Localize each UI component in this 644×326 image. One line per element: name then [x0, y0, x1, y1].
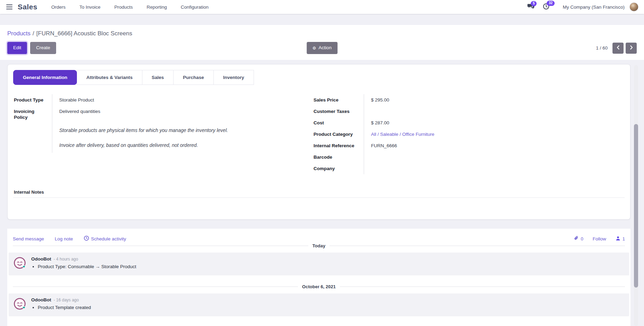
field-value-customer-taxes	[364, 106, 513, 117]
action-button[interactable]: ⚙ Action	[307, 42, 337, 54]
pager-next-button[interactable]	[626, 43, 637, 54]
pager: 1 / 60	[596, 43, 637, 54]
messages-tray-button[interactable]: 5	[527, 3, 535, 11]
breadcrumb: Products/[FURN_6666] Acoustic Bloc Scree…	[7, 30, 637, 37]
menu-configuration[interactable]: Configuration	[181, 3, 209, 11]
field-label-customer-taxes: Customer Taxes	[313, 106, 364, 117]
help-spacer	[13, 138, 52, 153]
field-value-company	[364, 163, 513, 174]
internal-notes-rule	[13, 197, 625, 198]
edit-button[interactable]: Edit	[7, 42, 27, 54]
follow-button[interactable]: Follow	[593, 236, 606, 241]
message-timestamp: - 16 days ago	[54, 298, 79, 302]
user-avatar[interactable]	[629, 2, 638, 11]
breadcrumb-products-link[interactable]: Products	[7, 30, 30, 37]
scrollbar-track[interactable]	[634, 65, 638, 326]
date-divider-october: October 6, 2021	[13, 284, 625, 289]
followers-count: 1	[623, 236, 625, 241]
top-navbar: Sales Orders To Invoice Products Reporti…	[0, 0, 644, 14]
activities-tray-button[interactable]: 32	[543, 3, 549, 11]
message-body-item: Product Type: Consumable → Storable Prod…	[38, 264, 136, 269]
message-row: OdooBot - 16 days ago Product Template c…	[9, 293, 629, 316]
tab-general-information[interactable]: General Information	[13, 70, 77, 85]
paperclip-icon	[574, 236, 579, 242]
field-label-product-category: Product Category	[313, 129, 364, 140]
schedule-activity-label: Schedule activity	[91, 236, 126, 241]
activity-clock-icon	[84, 236, 89, 242]
left-field-group: Product Type Storable Product Invoicing …	[13, 94, 260, 174]
field-value-product-category-link[interactable]: All / Saleable / Office Furniture	[364, 129, 513, 140]
attachments-count: 0	[581, 236, 583, 241]
attachments-button[interactable]: 0	[574, 236, 583, 242]
chevron-right-icon	[629, 45, 633, 51]
menu-orders[interactable]: Orders	[51, 3, 65, 11]
message-author: OdooBot	[31, 256, 51, 262]
messages-badge: 5	[531, 1, 537, 6]
odoobot-avatar	[14, 298, 27, 312]
systray: 5 32 My Company (San Francisco)	[519, 2, 638, 11]
menu-products[interactable]: Products	[114, 3, 133, 11]
right-field-group: Sales Price $ 295.00 Customer Taxes Cost…	[313, 94, 513, 174]
field-value-internal-reference: FURN_6666	[364, 140, 513, 151]
message-timestamp: - 4 hours ago	[54, 257, 78, 262]
company-switcher[interactable]: My Company (San Francisco)	[563, 5, 625, 10]
internal-notes-label: Internal Notes	[13, 190, 625, 195]
followers-button[interactable]: 1	[616, 236, 625, 242]
field-label-cost: Cost	[313, 117, 364, 129]
general-information-panel: Product Type Storable Product Invoicing …	[13, 94, 625, 174]
log-note-button[interactable]: Log note	[55, 236, 73, 241]
field-value-invoicing-policy: Delivered quantities	[52, 106, 260, 123]
action-button-label: Action	[319, 45, 332, 51]
tab-inventory[interactable]: Inventory	[213, 70, 254, 85]
schedule-activity-button[interactable]: Schedule activity	[84, 236, 126, 242]
control-panel-buttons: Edit Create ⚙ Action 1 / 60	[7, 42, 637, 54]
field-label-company: Company	[313, 163, 364, 174]
product-form-sheet: General Information Attributes & Variant…	[7, 64, 630, 220]
field-label-product-type: Product Type	[13, 94, 52, 106]
help-spacer	[13, 123, 52, 138]
tab-attributes-variants[interactable]: Attributes & Variants	[77, 70, 142, 85]
pager-counter: 1 / 60	[596, 45, 608, 51]
field-value-cost: $ 287.00	[364, 117, 513, 129]
activities-badge: 32	[547, 1, 554, 6]
field-label-invoicing-policy: Invoicing Policy	[13, 106, 52, 123]
scrollbar-thumb[interactable]	[634, 124, 638, 288]
date-divider-today: Today	[13, 243, 625, 248]
breadcrumb-separator: /	[33, 30, 34, 37]
message-body-item: Product Template created	[38, 305, 91, 310]
breadcrumb-current: [FURN_6666] Acoustic Bloc Screens	[36, 30, 132, 37]
pager-previous-button[interactable]	[612, 43, 624, 54]
app-name[interactable]: Sales	[18, 3, 37, 11]
chatter-toolbar: Send message Log note Schedule activity …	[13, 236, 625, 242]
control-panel: Products/[FURN_6666] Acoustic Bloc Scree…	[0, 25, 644, 60]
message-row: OdooBot - 4 hours ago Product Type: Cons…	[9, 253, 629, 275]
chatter: Send message Log note Schedule activity …	[7, 229, 630, 326]
send-message-button[interactable]: Send message	[13, 236, 44, 241]
chevron-left-icon	[616, 45, 620, 51]
odoobot-avatar	[14, 257, 27, 271]
field-value-product-type: Storable Product	[52, 94, 260, 106]
page-gap	[0, 14, 644, 25]
gear-icon: ⚙	[312, 46, 316, 50]
tab-sales[interactable]: Sales	[142, 70, 174, 85]
notebook-tabs: General Information Attributes & Variant…	[13, 70, 625, 85]
field-label-internal-reference: Internal Reference	[313, 140, 364, 151]
menu-reporting[interactable]: Reporting	[147, 3, 167, 11]
tab-purchase[interactable]: Purchase	[173, 70, 214, 85]
field-value-barcode	[364, 151, 513, 163]
create-button[interactable]: Create	[30, 42, 56, 54]
app-menu: Orders To Invoice Products Reporting Con…	[51, 3, 209, 11]
field-label-sales-price: Sales Price	[313, 94, 364, 106]
product-type-help-text: Storable products are physical items for…	[52, 123, 260, 138]
message-content: OdooBot - 4 hours ago Product Type: Cons…	[31, 256, 136, 271]
menu-to-invoice[interactable]: To Invoice	[79, 3, 100, 11]
field-value-sales-price: $ 295.00	[364, 94, 513, 106]
follower-person-icon	[616, 236, 620, 242]
message-content: OdooBot - 16 days ago Product Template c…	[31, 297, 91, 312]
invoicing-policy-help-text: Invoice after delivery, based on quantit…	[52, 138, 260, 153]
internal-notes-section: Internal Notes	[13, 190, 625, 198]
apps-menu-icon[interactable]	[6, 3, 13, 11]
field-label-barcode: Barcode	[313, 151, 364, 163]
message-author: OdooBot	[31, 297, 51, 302]
